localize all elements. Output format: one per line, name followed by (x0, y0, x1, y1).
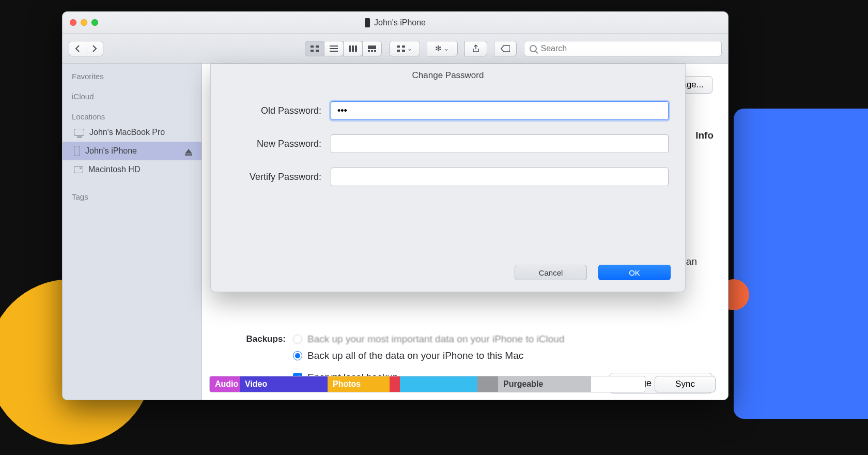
new-password-label: New Password: (227, 139, 331, 149)
phone-icon (74, 146, 80, 156)
sidebar-item-iphone[interactable]: John's iPhone (63, 142, 202, 160)
view-gallery-button[interactable] (362, 41, 382, 56)
window-title: John's iPhone (63, 18, 728, 27)
search-field[interactable] (524, 41, 722, 56)
view-list-button[interactable] (324, 41, 344, 56)
ok-button[interactable]: OK (598, 265, 671, 280)
svg-rect-2 (311, 50, 314, 52)
svg-rect-1 (316, 46, 319, 48)
svg-rect-16 (397, 50, 400, 52)
svg-rect-14 (397, 46, 400, 48)
eject-icon[interactable] (185, 149, 192, 154)
view-icon-button[interactable] (305, 41, 324, 56)
svg-rect-10 (368, 46, 376, 49)
search-input[interactable] (541, 44, 717, 53)
storage-segment-other (477, 376, 498, 392)
svg-rect-0 (311, 46, 314, 48)
sidebar-label-tags: Tags (63, 188, 202, 203)
storage-segment-apps (400, 376, 477, 392)
titlebar: John's iPhone (63, 12, 728, 34)
svg-rect-7 (349, 46, 351, 52)
sidebar-item-label: John's iPhone (85, 146, 137, 156)
old-password-input[interactable] (331, 101, 669, 120)
minimize-window-button[interactable] (81, 19, 87, 26)
traffic-lights (63, 19, 98, 26)
old-password-label: Old Password: (227, 105, 331, 116)
sidebar-label-locations: Locations (63, 108, 202, 123)
gallery-view-icon (368, 46, 376, 52)
sidebar-item-macintosh-hd[interactable]: Macintosh HD (63, 160, 202, 179)
nav-back-button[interactable] (69, 41, 86, 56)
sidebar-label-icloud: iCloud (63, 88, 202, 103)
sheet-title: Change Password (211, 70, 685, 81)
close-window-button[interactable] (70, 19, 76, 26)
new-password-input[interactable] (331, 134, 669, 153)
backup-option-icloud[interactable]: Back up your most important data on your… (293, 333, 564, 345)
sidebar-item-label: Macintosh HD (88, 165, 140, 174)
radio-icon (293, 335, 302, 344)
tab-info[interactable]: Info (695, 130, 714, 141)
svg-rect-4 (330, 46, 338, 47)
view-column-button[interactable] (343, 41, 363, 56)
finder-window: John's iPhone ⌄ ✻⌄ Favorites iCloud (62, 11, 729, 400)
storage-segment-purgeable: Purgeable (498, 376, 591, 392)
sidebar: Favorites iCloud Locations John's MacBoo… (63, 64, 202, 400)
backup-option-label: Back up all of the data on your iPhone t… (307, 350, 523, 361)
verify-password-label: Vertify Password: (227, 172, 331, 183)
list-view-icon (330, 46, 338, 52)
laptop-icon (74, 129, 84, 136)
group-by-button[interactable]: ⌄ (389, 41, 420, 56)
window-title-text: John's iPhone (374, 18, 426, 27)
hdd-icon (74, 166, 83, 173)
sidebar-item-label: John's MacBook Pro (89, 128, 165, 137)
decor-blue-block (734, 109, 868, 419)
column-view-icon (349, 46, 357, 52)
zoom-window-button[interactable] (91, 19, 98, 26)
chevron-left-icon (75, 45, 80, 52)
verify-password-input[interactable] (331, 168, 669, 186)
sidebar-label-favorites: Favorites (63, 68, 202, 83)
icon-view-icon (311, 46, 319, 52)
sync-button[interactable]: Sync (655, 376, 716, 392)
phone-icon (365, 18, 370, 27)
chevron-right-icon (92, 45, 97, 52)
share-button[interactable] (464, 41, 487, 56)
svg-rect-6 (330, 51, 338, 52)
svg-rect-11 (368, 50, 370, 52)
change-password-sheet: Change Password Old Password: New Passwo… (210, 64, 686, 292)
tag-icon (501, 45, 510, 52)
search-icon (530, 45, 537, 52)
sidebar-item-macbook[interactable]: John's MacBook Pro (63, 123, 202, 142)
storage-segment-video: Video (240, 376, 328, 392)
backups-label: Backups: (243, 334, 286, 344)
svg-rect-9 (355, 46, 357, 52)
radio-checked-icon (293, 351, 302, 360)
svg-rect-8 (352, 46, 354, 52)
action-button[interactable]: ✻⌄ (427, 41, 458, 56)
storage-bar: Audio Video Photos Purgeable (209, 376, 645, 392)
storage-segment-photos: Photos (328, 376, 390, 392)
storage-segment-audio: Audio (210, 376, 240, 392)
backup-option-thismac[interactable]: Back up all of the data on your iPhone t… (293, 350, 564, 361)
svg-rect-13 (374, 50, 376, 52)
gear-icon: ✻ (435, 44, 442, 53)
cancel-button[interactable]: Cancel (515, 265, 587, 280)
storage-segment-divider (390, 376, 400, 392)
tag-button[interactable] (494, 41, 517, 56)
nav-forward-button[interactable] (86, 41, 103, 56)
group-icon (397, 46, 405, 52)
toolbar: ⌄ ✻⌄ (63, 34, 728, 64)
svg-rect-5 (330, 48, 338, 49)
svg-rect-3 (316, 50, 319, 52)
share-icon (472, 44, 479, 53)
backup-option-label: Back up your most important data on your… (307, 333, 564, 345)
svg-rect-12 (371, 50, 373, 52)
